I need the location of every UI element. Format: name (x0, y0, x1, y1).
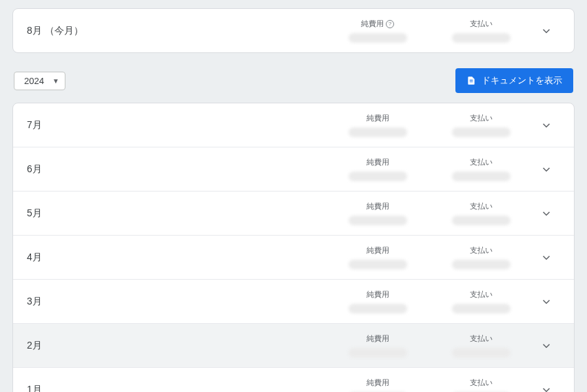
payment-label: 支払い (470, 157, 493, 167)
month-row[interactable]: 4月純費用支払い (13, 236, 574, 280)
expand-cell[interactable] (533, 119, 560, 132)
chevron-down-icon (540, 340, 553, 352)
expand-cell[interactable] (533, 207, 560, 220)
chevron-down-icon (540, 251, 553, 264)
payment-column: 支払い (429, 333, 533, 358)
cost-column: 純費用 (326, 201, 429, 225)
cost-column: 純費用 (326, 333, 429, 358)
month-label: 3月 (27, 296, 326, 308)
expand-cell[interactable] (533, 296, 560, 308)
chevron-down-icon (540, 384, 553, 393)
month-row[interactable]: 3月純費用支払い (13, 280, 574, 324)
show-documents-button[interactable]: ドキュメントを表示 (455, 68, 573, 93)
month-row[interactable]: 2月純費用支払い (13, 324, 574, 368)
month-row[interactable]: 1月純費用支払い (13, 368, 574, 392)
chevron-down-icon (540, 207, 553, 220)
current-month-card[interactable]: 8月 （今月） 純費用 ? 支払い (12, 8, 575, 53)
cost-label: 純費用 (361, 19, 384, 29)
payment-label: 支払い (470, 19, 493, 29)
payment-column: 支払い (429, 201, 533, 225)
month-label: 2月 (27, 340, 326, 352)
payment-label: 支払い (470, 113, 493, 123)
cost-column: 純費用 ? (326, 19, 429, 43)
month-row[interactable]: 7月純費用支払い (13, 103, 574, 147)
cost-value-blurred (349, 348, 407, 358)
payment-value-blurred (452, 304, 511, 313)
payment-column: 支払い (429, 157, 533, 181)
cost-column: 純費用 (326, 157, 429, 181)
document-icon (466, 76, 476, 85)
year-value: 2024 (24, 76, 44, 86)
payment-label: 支払い (470, 289, 493, 300)
expand-cell[interactable] (533, 384, 560, 393)
payment-label: 支払い (470, 245, 493, 256)
month-label: 5月 (27, 207, 326, 220)
month-row[interactable]: 5月純費用支払い (13, 192, 574, 236)
expand-cell[interactable] (533, 251, 560, 264)
payment-value-blurred (452, 33, 511, 43)
cost-value-blurred (349, 216, 407, 225)
payment-value-blurred (452, 260, 511, 269)
chevron-down-icon (540, 163, 553, 176)
month-label: 8月 （今月） (27, 25, 326, 37)
cost-column: 純費用 (326, 113, 429, 137)
cost-value-blurred (349, 127, 407, 137)
cost-label: 純費用 (367, 378, 389, 388)
cost-label: 純費用 (367, 201, 389, 212)
cost-label: 純費用 (367, 245, 389, 256)
payment-value-blurred (452, 127, 511, 137)
expand-cell[interactable] (533, 163, 560, 176)
month-row[interactable]: 6月純費用支払い (13, 147, 574, 192)
dropdown-triangle-icon: ▼ (52, 77, 59, 85)
cost-value-blurred (349, 260, 407, 269)
doc-button-label: ドキュメントを表示 (482, 74, 562, 87)
payment-value-blurred (452, 216, 511, 225)
payment-value-blurred (452, 172, 511, 181)
cost-label: 純費用 (367, 289, 389, 300)
chevron-down-icon (540, 25, 553, 37)
month-label: 1月 (27, 384, 326, 393)
cost-label-wrap: 純費用 ? (361, 19, 394, 29)
payment-column: 支払い (429, 113, 533, 137)
months-list-card: 7月純費用支払い6月純費用支払い5月純費用支払い4月純費用支払い3月純費用支払い… (12, 103, 575, 392)
payment-column: 支払い (429, 378, 533, 392)
cost-label: 純費用 (367, 157, 389, 167)
expand-cell[interactable] (533, 25, 560, 37)
expand-cell[interactable] (533, 340, 560, 352)
cost-value-blurred (349, 304, 407, 313)
payment-label: 支払い (470, 201, 493, 212)
cost-value-blurred (349, 33, 407, 43)
cost-value-blurred (349, 172, 407, 181)
month-label: 6月 (27, 163, 326, 176)
cost-label: 純費用 (367, 113, 389, 123)
help-icon[interactable]: ? (386, 20, 394, 28)
month-label: 4月 (27, 251, 326, 264)
year-select[interactable]: 2024 ▼ (14, 72, 65, 90)
current-month-row[interactable]: 8月 （今月） 純費用 ? 支払い (13, 9, 574, 52)
cost-label: 純費用 (367, 333, 389, 344)
payment-label: 支払い (470, 378, 493, 388)
cost-column: 純費用 (326, 245, 429, 269)
chevron-down-icon (540, 296, 553, 308)
payment-column: 支払い (429, 19, 533, 43)
month-label: 7月 (27, 119, 326, 132)
payment-label: 支払い (470, 333, 493, 344)
cost-column: 純費用 (326, 378, 429, 392)
payment-value-blurred (452, 348, 511, 358)
payment-column: 支払い (429, 245, 533, 269)
cost-column: 純費用 (326, 289, 429, 313)
payment-column: 支払い (429, 289, 533, 313)
toolbar: 2024 ▼ ドキュメントを表示 (14, 68, 573, 93)
chevron-down-icon (540, 119, 553, 132)
